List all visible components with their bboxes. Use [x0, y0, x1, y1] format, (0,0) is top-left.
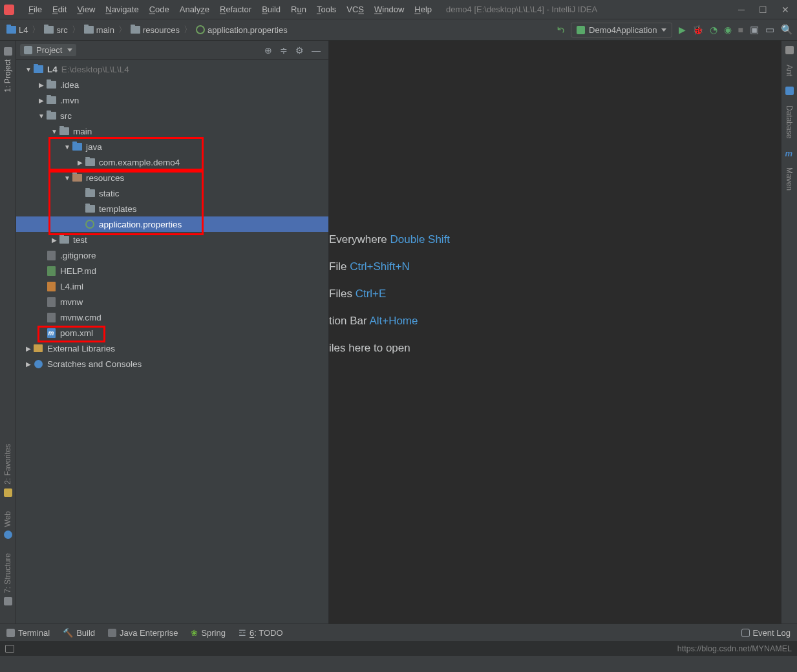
editor-area[interactable]: Everywhere Double Shift File Ctrl+Shift+…	[329, 41, 781, 624]
tree-test[interactable]: test	[16, 232, 328, 247]
menu-file[interactable]: File	[23, 5, 47, 14]
project-panel-title: Project	[36, 45, 62, 55]
tree-root[interactable]: L4E:\desktop\L\L\L4	[16, 61, 328, 77]
tab-project[interactable]: 1: Project	[3, 59, 12, 92]
menu-view[interactable]: View	[72, 5, 100, 14]
project-panel: Project ⊕ ≑ ⚙ — L4E:\desktop\L\L\L4 .ide…	[16, 41, 329, 624]
hide-icon[interactable]: —	[308, 45, 324, 56]
search-icon[interactable]: 🔍	[781, 24, 793, 36]
build-icon[interactable]: ↶	[553, 23, 568, 37]
profile-button[interactable]: ◉	[724, 25, 732, 35]
menu-analyze[interactable]: Analyze	[175, 5, 215, 14]
tab-web[interactable]: Web	[3, 511, 12, 527]
tree-package[interactable]: com.example.demo4	[16, 154, 328, 170]
tab-structure[interactable]: 7: Structure	[3, 553, 12, 593]
tab-terminal[interactable]: Terminal	[6, 628, 50, 638]
tree-idea[interactable]: .idea	[16, 77, 328, 92]
menu-tools[interactable]: Tools	[312, 5, 341, 14]
menu-refactor[interactable]: Refactor	[215, 5, 257, 14]
maven-icon: m	[785, 149, 794, 157]
menu-run[interactable]: Run	[286, 5, 312, 14]
project-view-selector[interactable]: Project	[20, 44, 76, 56]
run-button[interactable]: ▶	[679, 25, 686, 35]
coverage-button[interactable]: ◔	[710, 25, 717, 35]
maximize-button[interactable]: ☐	[759, 5, 767, 15]
welcome-hints: Everywhere Double Shift File Ctrl+Shift+…	[329, 233, 450, 369]
tab-database[interactable]: Database	[785, 105, 794, 138]
folder-icon	[85, 205, 95, 213]
file-icon	[47, 313, 56, 322]
tree-mvnwcmd[interactable]: mvnw.cmd	[16, 310, 328, 325]
close-button[interactable]: ✕	[781, 5, 789, 15]
menu-edit[interactable]: Edit	[47, 5, 72, 14]
app-icon	[4, 5, 14, 15]
status-url: https://blog.csdn.net/MYNAMEL	[677, 644, 792, 653]
bottom-tool-bar: Terminal 🔨Build Java Enterprise ❀Spring …	[0, 624, 797, 641]
tree-gitignore[interactable]: .gitignore	[16, 247, 328, 263]
collapse-icon[interactable]: ≑	[276, 45, 292, 56]
spring-icon: ❀	[191, 628, 198, 638]
folder-icon	[85, 189, 95, 197]
tab-favorites[interactable]: 2: Favorites	[3, 444, 12, 485]
menu-vcs[interactable]: VCS	[341, 5, 369, 14]
crumb-appprops[interactable]: application.properties	[193, 24, 290, 36]
crumb-main[interactable]: main	[81, 24, 117, 36]
markdown-icon	[47, 266, 56, 276]
locate-icon[interactable]: ⊕	[260, 45, 276, 56]
menu-build[interactable]: Build	[257, 5, 286, 14]
project-tree[interactable]: L4E:\desktop\L\L\L4 .idea .mvn src main …	[16, 60, 328, 624]
stop-button[interactable]: ■	[738, 25, 743, 35]
project-structure-icon[interactable]: ▭	[765, 24, 774, 36]
source-folder-icon	[72, 143, 82, 151]
run-config-label: Demo4Application	[589, 25, 657, 35]
tree-help[interactable]: HELP.md	[16, 263, 328, 278]
tree-mvn[interactable]: .mvn	[16, 92, 328, 108]
tree-main[interactable]: main	[16, 123, 328, 139]
vcs-update-icon[interactable]: ▣	[750, 24, 759, 36]
terminal-icon	[6, 629, 15, 637]
tree-iml[interactable]: L4.iml	[16, 278, 328, 294]
maven-icon: m	[47, 328, 56, 338]
package-icon	[85, 158, 95, 166]
settings-icon[interactable]: ⚙	[292, 45, 308, 56]
window-title: demo4 [E:\desktop\L\L\L4] - IntelliJ IDE…	[446, 5, 738, 14]
folder-icon	[47, 81, 56, 89]
menu-window[interactable]: Window	[369, 5, 409, 14]
tree-external-libs[interactable]: External Libraries	[16, 341, 328, 356]
folder-icon	[47, 112, 56, 120]
chevron-down-icon	[661, 28, 666, 32]
tree-pom[interactable]: mpom.xml	[16, 325, 328, 341]
tab-ant[interactable]: Ant	[785, 65, 794, 76]
tab-java-enterprise[interactable]: Java Enterprise	[108, 628, 178, 638]
tree-resources[interactable]: resources	[16, 170, 328, 185]
menu-help[interactable]: Help	[409, 5, 437, 14]
tree-appprops[interactable]: application.properties	[16, 216, 328, 232]
tree-mvnw[interactable]: mvnw	[16, 294, 328, 310]
ant-icon	[785, 46, 794, 54]
crumb-resources[interactable]: resources	[128, 24, 182, 36]
favorites-icon	[4, 488, 12, 497]
crumb-l4[interactable]: L4	[4, 24, 30, 36]
tree-java[interactable]: java	[16, 139, 328, 154]
tab-maven[interactable]: Maven	[785, 167, 794, 191]
tree-src[interactable]: src	[16, 108, 328, 123]
tree-scratches[interactable]: Scratches and Consoles	[16, 356, 328, 372]
tree-static[interactable]: static	[16, 185, 328, 201]
menu-code[interactable]: Code	[144, 5, 175, 14]
debug-button[interactable]: 🐞	[692, 25, 703, 35]
tree-templates[interactable]: templates	[16, 201, 328, 216]
module-icon	[34, 65, 43, 73]
run-configuration-selector[interactable]: Demo4Application	[571, 23, 672, 37]
menu-navigate[interactable]: Navigate	[100, 5, 143, 14]
scratches-icon	[34, 360, 43, 368]
tab-spring[interactable]: ❀Spring	[191, 628, 226, 638]
minimize-button[interactable]: ─	[738, 5, 745, 15]
crumb-src[interactable]: src	[41, 24, 70, 36]
event-log[interactable]: Event Log	[741, 628, 791, 638]
tab-build[interactable]: 🔨Build	[63, 628, 95, 638]
properties-icon	[85, 220, 94, 229]
iml-icon	[47, 282, 56, 291]
breadcrumb: L4 〉 src 〉 main 〉 resources 〉 applicatio…	[4, 24, 290, 36]
tab-todo[interactable]: ☲6: TODO	[239, 628, 283, 638]
status-icon[interactable]	[5, 645, 14, 653]
